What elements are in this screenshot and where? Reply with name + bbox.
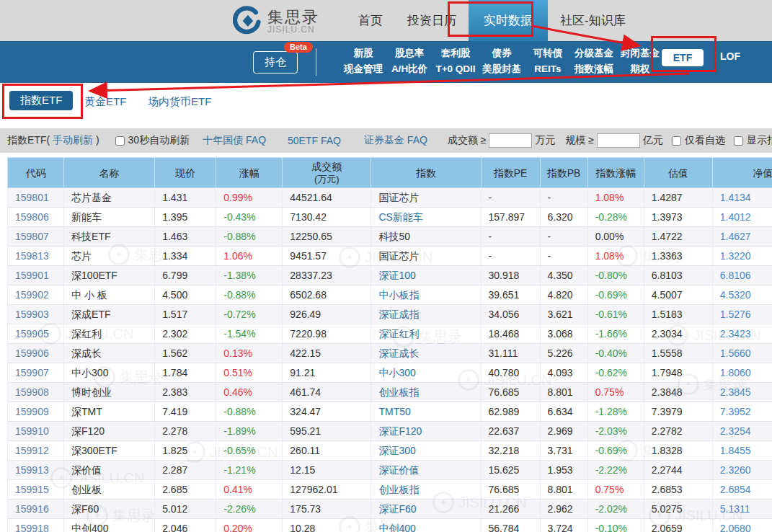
nav-cell[interactable]: 1.3220 [712, 247, 772, 266]
code-link[interactable]: 159905 [8, 324, 64, 344]
main-nav-item-line1: 套利股 [432, 45, 479, 61]
index-link[interactable]: 中小板指 [371, 285, 481, 305]
sub-nav-item-gold-etf[interactable]: 黄金ETF [84, 95, 126, 109]
nav-cell[interactable]: 1.4012 [712, 208, 772, 227]
change-cell: 0.13% [216, 344, 283, 363]
nav-cell[interactable]: 7.3952 [712, 402, 772, 422]
nav-item-etf[interactable]: ETF [662, 49, 704, 66]
main-nav-item[interactable]: 债券美股封基 [479, 45, 525, 77]
pb-cell: 8.801 [540, 383, 587, 402]
name-cell: 新能车 [64, 208, 155, 227]
pb-cell: 2.969 [540, 422, 587, 441]
valuation-cell: 1.5183 [644, 305, 712, 324]
column-header: 代码 [8, 158, 64, 188]
valuation-cell: 7.3979 [644, 402, 712, 422]
nav-cell[interactable]: 2.0680 [712, 519, 772, 532]
scale-filter-input[interactable] [597, 133, 640, 148]
index-link[interactable]: 创业板指 [371, 383, 481, 402]
index-link[interactable]: CS新能车 [371, 208, 481, 227]
index-link[interactable]: 深证价值 [371, 461, 481, 480]
nav-cell[interactable]: 1.8060 [712, 363, 772, 383]
main-nav-item[interactable]: 封闭基金期权 [617, 45, 663, 77]
code-link[interactable]: 159912 [8, 441, 64, 461]
table-row: 159806新能车1.395-0.43%7130.42CS新能车157.8976… [8, 208, 772, 227]
top-nav-item[interactable]: 社区-知识库 [548, 0, 638, 41]
nav-cell[interactable]: 1.4627 [712, 227, 772, 247]
index-change-cell: -1.28% [587, 402, 644, 422]
pe-cell: 62.989 [481, 402, 540, 422]
main-nav-item[interactable]: 股息率A/H比价 [386, 45, 432, 77]
nav-cell[interactable]: 2.3260 [712, 461, 772, 480]
turnover-filter-input[interactable] [489, 133, 532, 148]
top-nav-item[interactable]: 首页 [346, 0, 395, 41]
main-nav-item[interactable]: 分级基金指数涨幅 [571, 45, 617, 77]
main-nav-item[interactable]: 新股现金管理 [340, 45, 386, 77]
code-link[interactable]: 159908 [8, 383, 64, 402]
nav-cell[interactable]: 2.6854 [712, 480, 772, 500]
nav-cell[interactable]: 1.8455 [712, 441, 772, 461]
nav-cell[interactable]: 2.3423 [712, 324, 772, 344]
nav-cell[interactable]: 4.5320 [712, 285, 772, 305]
sub-nav-item-index-etf[interactable]: 指数ETF [9, 91, 73, 110]
top-header: 集思录 JISILU.CN 首页投资日历实时数据社区-知识库 [0, 0, 772, 41]
index-link[interactable]: 中小300 [371, 363, 481, 383]
code-link[interactable]: 159910 [8, 422, 64, 441]
code-link[interactable]: 159806 [8, 208, 64, 227]
top-nav-item[interactable]: 实时数据 [469, 0, 548, 41]
code-link[interactable]: 159915 [8, 480, 64, 500]
code-link[interactable]: 159801 [8, 188, 64, 208]
nav-cell[interactable]: 1.5660 [712, 344, 772, 363]
nav-cell[interactable]: 2.3254 [712, 422, 772, 441]
index-link[interactable]: 深证红利 [371, 324, 481, 344]
code-link[interactable]: 159913 [8, 461, 64, 480]
top-nav-item[interactable]: 投资日历 [395, 0, 469, 41]
code-link[interactable]: 159916 [8, 500, 64, 519]
index-link[interactable]: 深证成指 [371, 305, 481, 324]
jisilu-logo[interactable]: 集思录 JISILU.CN [233, 6, 319, 37]
nav-cell[interactable]: 1.4134 [712, 188, 772, 208]
code-link[interactable]: 159906 [8, 344, 64, 363]
nav-cell[interactable]: 2.3845 [712, 383, 772, 402]
index-link[interactable]: 中创400 [371, 519, 481, 532]
nav-cell[interactable]: 5.1311 [712, 500, 772, 519]
nav-cell[interactable]: 1.5276 [712, 305, 772, 324]
show-index-etf-checkbox[interactable] [734, 136, 743, 146]
index-link[interactable]: 深证成长 [371, 344, 481, 363]
auto-refresh-checkbox[interactable] [115, 136, 125, 146]
main-nav-item-line2: 期权 [617, 61, 663, 77]
index-link[interactable]: 深证100 [371, 266, 481, 285]
code-link[interactable]: 159813 [8, 247, 64, 266]
price-cell: 2.278 [155, 422, 216, 441]
main-nav-item-line2: 美股封基 [479, 61, 525, 77]
faq-link-treasury[interactable]: 十年国债 FAQ [203, 134, 266, 147]
main-nav-item[interactable]: 套利股T+0 QDII [432, 45, 479, 77]
sub-nav-item-money-etf[interactable]: 场内货币ETF [148, 95, 211, 109]
turnover-cell: 127962.01 [283, 480, 371, 500]
code-link[interactable]: 159807 [8, 227, 64, 247]
code-link[interactable]: 159901 [8, 266, 64, 285]
nav-item-lof[interactable]: LOF [720, 50, 740, 62]
index-link[interactable]: 创业板指 [371, 480, 481, 500]
only-watchlist-checkbox[interactable] [672, 136, 681, 146]
code-link[interactable]: 159909 [8, 402, 64, 422]
index-link[interactable]: TMT50 [371, 402, 481, 422]
column-header: 估值 [644, 158, 712, 188]
scale-unit: 亿元 [643, 134, 663, 147]
index-link[interactable]: 深证F120 [371, 422, 481, 441]
page: 集思录 JISILU.CN 首页投资日历实时数据社区-知识库 持仓 Beta 新… [0, 0, 772, 532]
code-link[interactable]: 159907 [8, 363, 64, 383]
code-link[interactable]: 159903 [8, 305, 64, 324]
index-link[interactable]: 深证300 [371, 441, 481, 461]
faq-link-50etf[interactable]: 50ETF FAQ [288, 135, 341, 146]
code-link[interactable]: 159918 [8, 519, 64, 532]
table-row: 159910深F1202.278-1.89%595.21深证F12022.637… [8, 422, 772, 441]
manual-refresh-link[interactable]: 手动刷新 [53, 134, 93, 146]
main-nav-item[interactable]: 可转债REITs [525, 45, 571, 77]
nav-cell[interactable]: 6.8106 [712, 266, 772, 285]
faq-link-securities-fund[interactable]: 证券基金 FAQ [364, 134, 427, 147]
code-link[interactable]: 159902 [8, 285, 64, 305]
index-link[interactable]: 深证F60 [371, 500, 481, 519]
portfolio-button[interactable]: 持仓 [253, 51, 298, 74]
main-nav-item-line2: 现金管理 [340, 61, 386, 77]
index-change-cell: 0.00% [587, 227, 644, 247]
